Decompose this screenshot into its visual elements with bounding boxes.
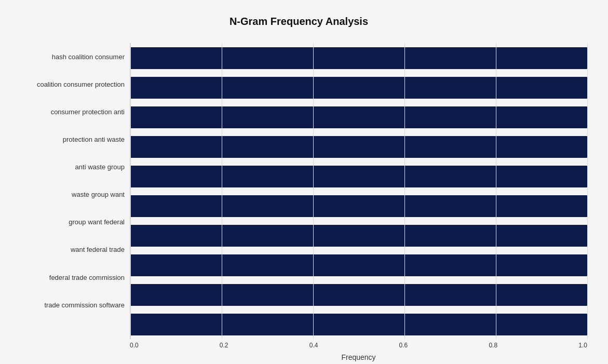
x-tick: 0.0 [130,342,139,349]
x-tick: 0.4 [309,342,318,349]
bars-and-xaxis: 0.00.20.40.60.81.0 Frequency [130,43,587,319]
bar-row [130,191,587,221]
y-label: federal trade commission [49,264,125,291]
bar [130,195,587,217]
y-axis: hash coalition consumercoalition consume… [10,43,130,319]
x-tick: 0.8 [489,342,497,349]
y-label: waste group want [72,181,125,208]
bar-row [130,102,587,132]
y-label: protection anti waste [63,126,125,153]
bar [130,225,587,247]
x-axis-label: Frequency [130,353,587,361]
y-label: want federal trade [71,236,125,264]
bar [130,314,587,335]
bar [130,254,587,276]
bar-row [130,73,587,102]
bar [130,284,587,306]
bar [130,47,587,69]
y-label: anti waste group [75,153,125,181]
chart-title: N-Gram Frequency Analysis [10,10,587,28]
bar-row [130,161,587,191]
bar-row [130,309,587,339]
x-tick: 0.6 [399,342,408,349]
chart-container: N-Gram Frequency Analysis hash coalition… [0,0,608,364]
x-ticks: 0.00.20.40.60.81.0 [130,342,587,350]
y-label: trade commission software [44,291,125,319]
x-tick: 1.0 [578,342,587,349]
bar-row [130,280,587,309]
chart-area: hash coalition consumercoalition consume… [10,43,587,319]
y-label: consumer protection anti [51,98,125,126]
grid-line [587,43,588,339]
y-label: group want federal [69,209,125,236]
bar-row [130,43,587,73]
bar [130,136,587,158]
y-label: hash coalition consumer [52,43,125,71]
bar-row [130,221,587,250]
bar [130,77,587,99]
bar [130,166,587,187]
bar-row [130,250,587,280]
x-tick: 0.2 [220,342,228,349]
bar [130,106,587,128]
bar-row [130,132,587,161]
x-axis: 0.00.20.40.60.81.0 Frequency [130,339,587,361]
y-label: coalition consumer protection [37,71,125,98]
bars-area [130,43,587,339]
